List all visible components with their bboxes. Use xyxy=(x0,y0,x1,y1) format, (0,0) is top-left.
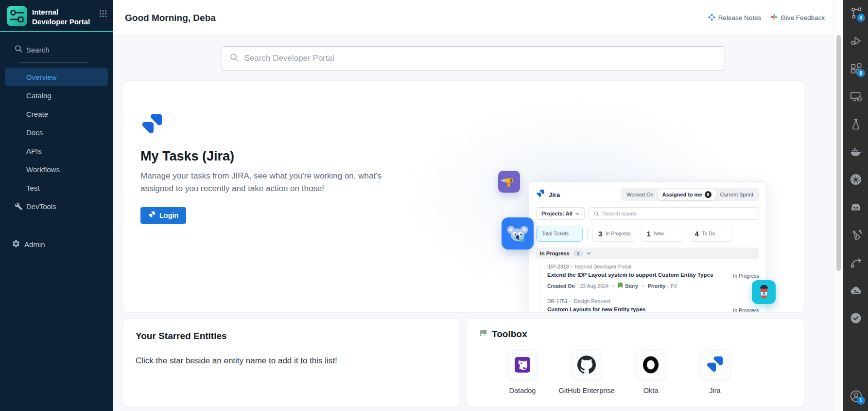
okta-logo-icon xyxy=(635,349,666,380)
broken-image-icon xyxy=(480,329,487,339)
extensions-badge: 8 xyxy=(857,69,865,77)
app-window: Internal Developer Portal Search Overvie… xyxy=(0,0,868,411)
wrench-icon xyxy=(15,202,23,211)
chemistry-icon[interactable] xyxy=(850,229,862,241)
scrollbar-track[interactable] xyxy=(833,0,843,411)
projects-filter-dropdown: Projects: All xyxy=(536,207,585,220)
login-button[interactable]: Login xyxy=(140,207,186,224)
starred-empty-message: Click the star beside an entity name to … xyxy=(136,356,446,366)
divider xyxy=(587,227,588,240)
sidebar-item-create[interactable]: Create xyxy=(5,105,108,123)
starred-entities-card: Your Starred Entities Click the star bes… xyxy=(122,319,459,407)
jira-preview-image: Jira Worked On Assigned to me 8 Current … xyxy=(529,181,766,312)
assigned-count-badge: 8 xyxy=(705,191,712,198)
issue-title: Custom Layouts for new Entity types xyxy=(547,306,727,312)
stat-new: 1 New xyxy=(641,226,684,242)
portal-search-box[interactable] xyxy=(222,46,725,71)
starred-entities-title: Your Starred Entities xyxy=(136,331,446,341)
toolbox-tools: Datadog GitHub Enterprise xyxy=(490,349,791,394)
gear-icon xyxy=(12,239,20,250)
bot-icon[interactable] xyxy=(850,201,862,214)
header-links: Release Notes Give Feedback xyxy=(708,14,825,22)
preview-app-name: Jira xyxy=(549,191,560,198)
portal-search-input[interactable] xyxy=(244,54,717,63)
sidebar-search[interactable]: Search xyxy=(0,32,113,62)
release-notes-icon xyxy=(708,14,715,22)
sidebar-item-test[interactable]: Test xyxy=(5,179,108,197)
jira-logo-icon xyxy=(140,129,164,138)
toolbox-card: Toolbox Dat xyxy=(467,319,804,407)
tab-current-sprint: Current Sprint xyxy=(716,190,758,199)
search-icon xyxy=(230,53,239,64)
flask-icon[interactable] xyxy=(850,118,862,130)
main-area: Good Morning, Deba Release Notes xyxy=(113,0,833,411)
extensions-icon[interactable]: 8 xyxy=(850,62,862,75)
my-tasks-jira-card: My Tasks (Jira) Manage your tasks from J… xyxy=(122,80,804,312)
give-feedback-link[interactable]: Give Feedback xyxy=(771,14,825,22)
sidebar-item-catalog[interactable]: Catalog xyxy=(5,86,108,105)
portal-logo-icon[interactable] xyxy=(7,6,27,26)
cloud-shell-icon[interactable] xyxy=(850,284,862,297)
issue-row: IDP-2318• Internal Developer Portal Exte… xyxy=(547,264,759,289)
sidebar-item-overview[interactable]: Overview xyxy=(5,68,108,86)
debug-icon[interactable] xyxy=(850,35,862,47)
jira-logo-icon xyxy=(699,349,730,380)
jira-logo-icon xyxy=(148,211,156,220)
coffee-sticker-icon xyxy=(752,280,776,304)
drill-sticker-icon xyxy=(498,171,520,193)
divider xyxy=(0,405,113,405)
issue-status: In Progress xyxy=(733,307,759,312)
issues-search-box: Search issues xyxy=(589,207,759,220)
admin-label: Admin xyxy=(24,240,45,249)
sidebar-header: Internal Developer Portal xyxy=(0,0,113,31)
remote-monitor-icon[interactable] xyxy=(850,90,862,103)
stat-to-do: 4 To Do xyxy=(689,226,732,242)
tool-jira[interactable]: Jira xyxy=(683,349,747,394)
graph-icon[interactable]: 4 xyxy=(850,7,862,19)
github-logo-icon xyxy=(571,349,602,380)
hero-text-block: My Tasks (Jira) Manage your tasks from J… xyxy=(140,113,403,224)
apps-grid-icon[interactable] xyxy=(99,10,107,19)
scrollbar-thumb[interactable] xyxy=(836,35,841,271)
issue-status: In Progress xyxy=(733,273,759,279)
sidebar-item-admin[interactable]: Admin xyxy=(0,235,113,253)
sidebar-search-label: Search xyxy=(26,46,50,54)
search-icon xyxy=(15,45,23,54)
in-progress-group-header: In Progress 3 xyxy=(536,248,759,259)
divider xyxy=(19,62,88,63)
account-badge: 1 xyxy=(857,396,865,405)
toolbox-title: Toolbox xyxy=(492,329,527,340)
sidebar-item-devtools[interactable]: DevTools xyxy=(5,197,108,215)
stat-total-tickets: Total Tickets xyxy=(536,226,583,242)
graph-badge: 4 xyxy=(857,14,865,22)
issue-row: DR-1751• Design Request Custom Layouts f… xyxy=(547,298,759,312)
release-notes-link[interactable]: Release Notes xyxy=(708,14,762,22)
page-title: Good Morning, Deba xyxy=(125,13,216,23)
slack-icon xyxy=(771,14,778,22)
sidebar-item-workflows[interactable]: Workflows xyxy=(5,160,108,179)
divider xyxy=(0,225,113,225)
tab-assigned-to-me: Assigned to me 8 xyxy=(658,189,716,200)
tool-datadog[interactable]: Datadog xyxy=(490,349,555,394)
stat-in-progress: 3 In Progress xyxy=(592,226,636,242)
hero-title: My Tasks (Jira) xyxy=(140,149,403,164)
tab-worked-on: Worked On xyxy=(622,190,658,199)
jira-logo-icon xyxy=(536,189,545,200)
hero-description: Manage your tasks from JIRA, see what yo… xyxy=(140,170,391,195)
portal-title: Internal Developer Portal xyxy=(32,6,94,26)
koala-sticker-icon xyxy=(502,217,534,250)
stats-row: Total Tickets 3 In Progress 1 New 4 xyxy=(536,226,759,242)
check-circle-icon[interactable] xyxy=(850,312,862,324)
kubernetes-icon[interactable] xyxy=(850,173,862,186)
docker-icon[interactable] xyxy=(850,145,862,158)
sidebar-item-docs[interactable]: Docs xyxy=(5,123,108,142)
account-icon[interactable]: 1 xyxy=(850,390,862,402)
redirect-arrow-icon[interactable] xyxy=(850,256,862,269)
issues-list: IDP-2318• Internal Developer Portal Exte… xyxy=(538,264,759,312)
content-area: My Tasks (Jira) Manage your tasks from J… xyxy=(113,36,833,411)
sidebar-item-apis[interactable]: APIs xyxy=(5,142,108,160)
tool-okta[interactable]: Okta xyxy=(619,349,683,394)
top-header: Good Morning, Deba Release Notes xyxy=(113,0,833,36)
datadog-logo-icon xyxy=(507,349,538,380)
tool-github-enterprise[interactable]: GitHub Enterprise xyxy=(555,349,619,394)
